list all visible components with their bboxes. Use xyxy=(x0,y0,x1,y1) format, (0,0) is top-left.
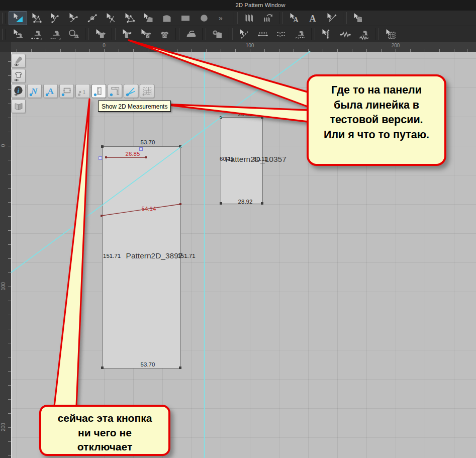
hruler-label-100: 100 xyxy=(246,43,254,48)
edit-elastic-tool[interactable] xyxy=(317,27,336,41)
edit-curvature-tool[interactable] xyxy=(46,11,64,25)
edit-sewing-tool[interactable] xyxy=(9,27,27,41)
pattern2-left-length: 60.11 xyxy=(220,156,234,162)
add-garment-tool-icon xyxy=(212,28,224,40)
svg-text:A: A xyxy=(309,14,316,24)
rectangle-tool-icon xyxy=(179,12,192,24)
window-title: 2D Pattern Window xyxy=(235,0,285,11)
grading-tool-icon xyxy=(326,12,338,24)
transform-pattern-tool[interactable] xyxy=(120,11,139,25)
press-tool[interactable] xyxy=(181,27,200,41)
pattern-corner-point[interactable] xyxy=(179,367,181,369)
show-2d-measurements-button[interactable] xyxy=(91,84,106,98)
show-annotations-button[interactable]: A xyxy=(43,84,58,98)
pattern1-internal-line1-length: 26.85 xyxy=(126,151,140,157)
internal-line-marker[interactable] xyxy=(139,147,143,151)
pattern2-bottom-length: 28.92 xyxy=(238,199,253,205)
select-move-3d-tool[interactable] xyxy=(91,27,110,41)
show-angles-button[interactable] xyxy=(124,84,138,98)
ellipse-tool-icon xyxy=(198,12,210,24)
free-basting-tool[interactable] xyxy=(272,27,291,41)
show-layers-button[interactable] xyxy=(11,99,26,113)
edit-pattern-tool[interactable] xyxy=(27,11,46,25)
show-garment-on-pattern-button[interactable] xyxy=(11,69,26,83)
add-garment-tool[interactable] xyxy=(208,27,227,41)
edit-curve-point-tool[interactable] xyxy=(64,11,83,25)
pleats-tool[interactable] xyxy=(240,11,258,25)
fold-pleats-tool[interactable] xyxy=(258,11,277,25)
text-tool[interactable]: A xyxy=(304,11,322,25)
ellipse-tool[interactable] xyxy=(195,11,213,25)
adjust-texture-tool-icon xyxy=(140,28,152,40)
show-point-order-button-icon: 1 xyxy=(77,85,89,97)
sew-elastic-tool[interactable] xyxy=(354,27,373,41)
show-sketch-button[interactable] xyxy=(11,54,26,68)
clone-pattern-tool-icon xyxy=(352,12,364,24)
callout-line: Или я что то путаю. xyxy=(309,128,444,143)
polygon-tool[interactable] xyxy=(157,11,176,25)
sew-elastic-tool-icon xyxy=(358,28,370,40)
show-layers-button-icon xyxy=(13,100,25,112)
edit-intersection-tool-icon xyxy=(105,12,117,24)
pattern1-name: Pattern2D_3897 xyxy=(126,251,183,260)
pattern1-right-length: 151.71 xyxy=(177,253,195,259)
adjust-texture-tool[interactable] xyxy=(136,27,155,41)
show-pattern-names-button[interactable]: N xyxy=(27,84,42,98)
segment-elastic-tool[interactable] xyxy=(336,27,354,41)
show-mesh-button[interactable] xyxy=(140,84,154,98)
pattern-corner-point[interactable] xyxy=(261,202,263,205)
callout-ruler-location: Где то на панели была линейка в тестовой… xyxy=(307,74,446,166)
edit-basting-tool-icon xyxy=(238,28,250,40)
free-sewing-tool[interactable] xyxy=(46,27,64,41)
toolbar-separator xyxy=(234,12,238,24)
select-tool[interactable] xyxy=(9,11,27,25)
2d-pattern-window: 2D Pattern Window »AA 0 100 200 0 100 20… xyxy=(0,0,476,458)
edit-intersection-tool[interactable] xyxy=(102,11,120,25)
toolbar-overflow[interactable]: » xyxy=(213,11,232,25)
svg-text:»: » xyxy=(219,14,223,22)
edit-curve-point-tool-icon xyxy=(68,12,80,24)
pattern-corner-point[interactable] xyxy=(101,367,104,369)
sew-basting-tool[interactable] xyxy=(291,27,309,41)
segment-sewing-tool[interactable] xyxy=(27,27,46,41)
pattern-corner-point[interactable] xyxy=(220,202,222,205)
pin-mesh-tool[interactable] xyxy=(381,27,400,41)
trace-tool[interactable] xyxy=(139,11,157,25)
clone-pattern-tool[interactable] xyxy=(349,11,367,25)
pattern-info-button[interactable]: i xyxy=(11,84,26,98)
pattern-corner-point[interactable] xyxy=(179,145,181,148)
show-sketch-button-icon xyxy=(13,55,25,67)
rectangle-tool[interactable] xyxy=(176,11,195,25)
edit-sewing-tool-icon xyxy=(12,28,24,40)
detect-sewing-tool[interactable] xyxy=(64,27,83,41)
texture-tool[interactable] xyxy=(155,27,173,41)
pattern2-right-length: 60.11 xyxy=(253,156,267,162)
callout-line: отключает xyxy=(41,440,168,454)
internal-line-marker[interactable] xyxy=(99,156,102,160)
show-pattern-outline-button[interactable] xyxy=(59,84,74,98)
pattern-corner-point[interactable] xyxy=(101,145,104,148)
callout-line: ни чего не xyxy=(41,426,168,440)
sewing-toolbar xyxy=(0,26,476,42)
hruler-label-200: 200 xyxy=(392,43,400,48)
select-tool-icon xyxy=(12,12,24,24)
show-edge-lengths-button[interactable] xyxy=(108,84,122,98)
pattern-corner-point[interactable] xyxy=(220,116,222,119)
segment-basting-tool[interactable] xyxy=(253,27,272,41)
svg-text:i: i xyxy=(17,87,19,95)
edit-basting-tool[interactable] xyxy=(235,27,253,41)
add-point-tool[interactable] xyxy=(83,11,102,25)
edit-text-tool[interactable]: A xyxy=(285,11,304,25)
edit-elastic-tool-icon xyxy=(321,28,333,40)
edit-texture-tool[interactable] xyxy=(118,27,136,41)
trace-tool-icon xyxy=(142,12,154,24)
show-edge-lengths-button-icon xyxy=(109,85,121,97)
pattern-corner-point[interactable] xyxy=(261,116,263,119)
show-options-panel: iNA1 xyxy=(11,84,154,98)
grading-tool[interactable] xyxy=(322,11,341,25)
svg-text:1: 1 xyxy=(82,88,86,96)
vertical-ruler xyxy=(0,52,11,458)
show-point-order-button[interactable]: 1 xyxy=(75,84,90,98)
vruler-label-0: 0 xyxy=(1,138,6,153)
edit-texture-tool-icon xyxy=(121,28,133,40)
